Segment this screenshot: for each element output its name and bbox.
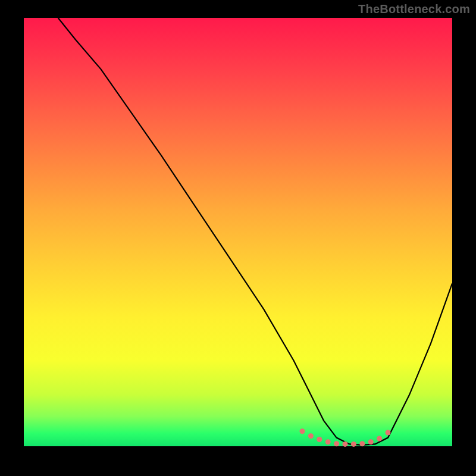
highlight-dot bbox=[334, 441, 339, 446]
plot-area bbox=[24, 18, 452, 446]
highlight-dot bbox=[368, 439, 374, 444]
highlight-dot bbox=[308, 433, 314, 439]
highlight-dot bbox=[317, 437, 322, 442]
highlight-dot bbox=[359, 441, 365, 446]
highlight-dots-group bbox=[300, 428, 391, 447]
highlight-dot bbox=[325, 439, 331, 444]
watermark-text: TheBottleneck.com bbox=[358, 2, 470, 16]
highlight-dot bbox=[351, 441, 356, 447]
highlight-dot bbox=[377, 436, 382, 441]
chart-frame: TheBottleneck.com bbox=[0, 0, 476, 476]
highlight-dot bbox=[386, 430, 391, 436]
curve-svg bbox=[24, 18, 452, 446]
highlight-dot bbox=[343, 441, 348, 447]
bottleneck-curve-path bbox=[58, 18, 452, 445]
highlight-dot bbox=[300, 428, 305, 434]
